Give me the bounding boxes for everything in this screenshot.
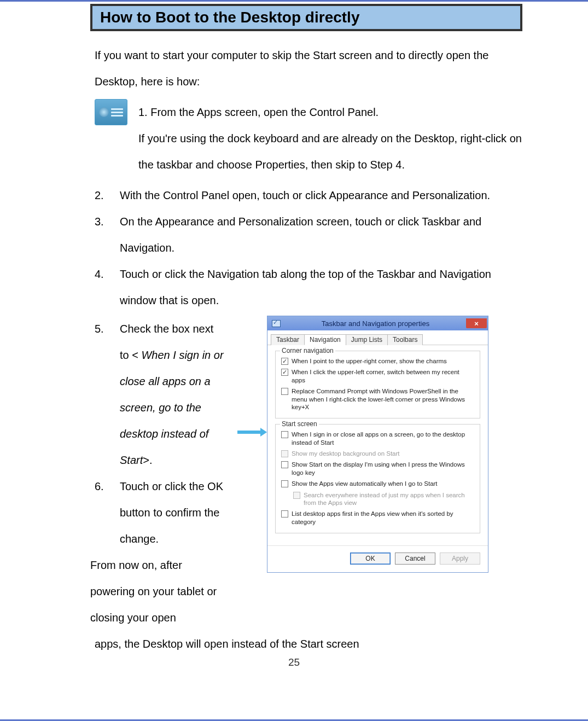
start-screen-option[interactable]: Show the Apps view automatically when I … <box>281 478 474 489</box>
step-5-suffix: >. <box>143 454 152 466</box>
apply-button[interactable]: Apply <box>440 553 480 565</box>
option-label: When I sign in or close all apps on a sc… <box>292 431 474 446</box>
dialog-tabs: TaskbarNavigationJump ListsToolbars <box>267 330 488 345</box>
checkbox-icon[interactable]: ✓ <box>281 358 288 365</box>
callout-arrow-icon <box>237 428 267 437</box>
checkbox-icon[interactable] <box>281 388 288 395</box>
step-2: 2.With the Control Panel open, touch or … <box>95 182 522 208</box>
dialog-icon <box>272 320 281 327</box>
step-5: 5. Check the box next to < When I sign i… <box>95 316 224 473</box>
dialog-button-row: OK Cancel Apply <box>267 545 488 572</box>
intro-paragraph: If you want to start your computer to sk… <box>95 42 522 95</box>
checkbox-icon <box>293 492 300 499</box>
step-6-number: 6. <box>95 473 120 552</box>
step-number: 3. <box>95 208 120 261</box>
dialog-title: Taskbar and Navigation properties <box>285 319 466 328</box>
checkbox-icon <box>281 450 288 457</box>
start-screen-label: Start screen <box>280 420 319 428</box>
checkbox-icon[interactable] <box>281 431 288 438</box>
section-title-box: How to Boot to the Desktop directly <box>90 4 522 31</box>
option-label: When I click the upper-left corner, swit… <box>292 368 474 384</box>
step-1-text: 1. From the Apps screen, open the Contro… <box>138 99 522 178</box>
step-number: 2. <box>95 182 120 208</box>
step-5-italic: When I sign in or close all apps on a sc… <box>120 349 224 466</box>
start-screen-group: Start screen When I sign in or close all… <box>275 424 480 533</box>
option-label: Show Start on the display I'm using when… <box>292 461 474 476</box>
option-label: Replace Command Prompt with Windows Powe… <box>292 387 474 411</box>
start-screen-option[interactable]: Show Start on the display I'm using when… <box>281 459 474 478</box>
option-label: Show my desktop background on Start <box>292 450 400 457</box>
start-screen-option: Show my desktop background on Start <box>281 448 474 459</box>
tab-toolbars[interactable]: Toolbars <box>387 334 423 345</box>
step-body: On the Appearance and Personalization sc… <box>120 208 522 261</box>
section-title: How to Boot to the Desktop directly <box>100 9 513 26</box>
step-body: With the Control Panel open, touch or cl… <box>120 182 522 208</box>
step-number: 4. <box>95 261 120 313</box>
step-6: 6. Touch or click the OK button to confi… <box>95 473 224 552</box>
corner-nav-option[interactable]: Replace Command Prompt with Windows Powe… <box>281 386 474 412</box>
corner-nav-option[interactable]: ✓When I click the upper-left corner, swi… <box>281 367 474 386</box>
close-icon[interactable]: × <box>466 318 487 328</box>
option-label: When I point to the upper-right corner, … <box>292 357 447 365</box>
step-body: Touch or click the Navigation tab along … <box>120 261 522 313</box>
tab-navigation[interactable]: Navigation <box>304 334 346 345</box>
cancel-button[interactable]: Cancel <box>395 553 435 565</box>
checkbox-icon[interactable] <box>281 461 288 468</box>
tab-jump-lists[interactable]: Jump Lists <box>346 334 388 345</box>
checkbox-icon[interactable] <box>281 510 288 518</box>
step-4: 4.Touch or click the Navigation tab alon… <box>95 261 522 313</box>
start-screen-option[interactable]: When I sign in or close all apps on a sc… <box>281 429 474 448</box>
checkbox-icon[interactable]: ✓ <box>281 369 288 376</box>
option-label: Search everywhere instead of just my app… <box>304 491 474 507</box>
step-5-number: 5. <box>95 316 120 473</box>
corner-navigation-label: Corner navigation <box>280 347 335 354</box>
tab-taskbar[interactable]: Taskbar <box>271 334 305 345</box>
step-3: 3.On the Appearance and Personalization … <box>95 208 522 261</box>
step-1-line-2: If you're using the dock keyboard and ar… <box>138 125 522 178</box>
page-number: 25 <box>0 656 588 668</box>
control-panel-icon <box>95 99 127 125</box>
ok-button[interactable]: OK <box>350 553 391 565</box>
start-screen-option[interactable]: List desktop apps first in the Apps view… <box>281 508 474 527</box>
taskbar-navigation-dialog: Taskbar and Navigation properties × Task… <box>267 316 488 573</box>
start-screen-option: Search everywhere instead of just my app… <box>293 490 474 509</box>
step-1-line-1: 1. From the Apps screen, open the Contro… <box>138 99 522 125</box>
step-5-body: Check the box next to < When I sign in o… <box>120 316 224 473</box>
option-label: List desktop apps first in the Apps view… <box>292 510 474 526</box>
corner-navigation-group: Corner navigation ✓When I point to the u… <box>275 351 480 418</box>
dialog-title-bar: Taskbar and Navigation properties × <box>267 316 488 330</box>
corner-nav-option[interactable]: ✓When I point to the upper-right corner,… <box>281 356 474 367</box>
option-label: Show the Apps view automatically when I … <box>292 480 438 487</box>
step-6-body: Touch or click the OK button to confirm … <box>120 473 224 552</box>
conclusion-left: From now on, after powering on your tabl… <box>90 552 224 631</box>
conclusion-bottom: apps, the Desktop will open instead of t… <box>95 631 522 657</box>
checkbox-icon[interactable] <box>281 480 288 487</box>
